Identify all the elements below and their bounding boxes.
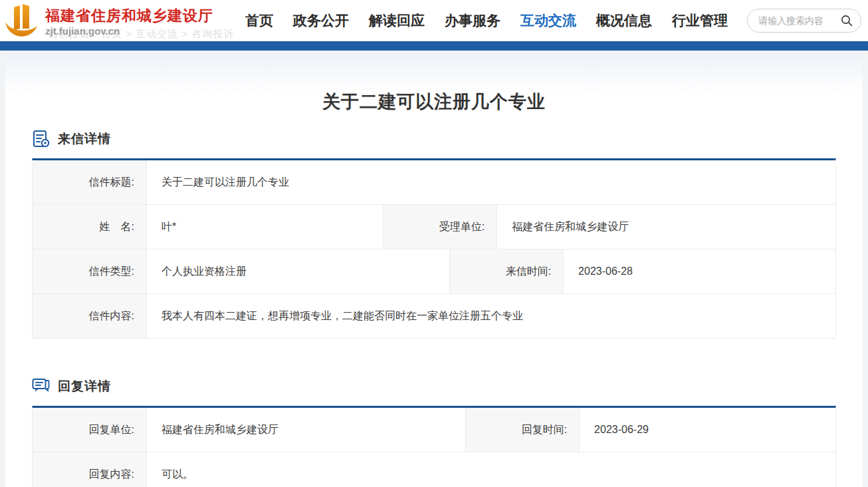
letter-unit-value: 福建省住房和城乡建设厅 [497,205,835,249]
site-header: 当前位置：首页 > 互动交流 > 咨询投诉 福建省住房和城乡建设厅 zjt.fu… [0,0,868,41]
main-navigation: 首页 政务公开 解读回应 办事服务 互动交流 概况信息 行业管理 [245,11,728,30]
site-url: zjt.fujian.gov.cn [45,25,213,37]
search-icon[interactable] [841,15,853,27]
letter-type-value: 个人执业资格注册 [147,249,449,293]
page-title: 关于二建可以注册几个专业 [32,90,836,114]
letter-type-label: 信件类型: [33,249,147,293]
nav-item-gov-info[interactable]: 政务公开 [293,11,349,30]
reply-time-value: 2023-06-29 [580,408,835,452]
letter-subject-value: 关于二建可以注册几个专业 [147,160,835,204]
letter-section-header: 来信详情 [32,130,836,148]
letter-time-value: 2023-06-28 [564,249,835,293]
nav-item-services[interactable]: 办事服务 [445,11,500,30]
table-row: 姓 名: 叶* 受理单位: 福建省住房和城乡建设厅 [33,205,835,249]
nav-item-overview[interactable]: 概况信息 [596,11,652,30]
nav-item-interpretation[interactable]: 解读回应 [369,11,425,30]
logo-text-block: 福建省住房和城乡建设厅 zjt.fujian.gov.cn [45,3,213,37]
letter-subject-label: 信件标题: [33,160,147,204]
table-row: 回复内容: 可以。 [33,452,835,487]
letter-name-value: 叶* [147,205,383,249]
letter-name-label: 姓 名: [33,205,147,249]
table-row: 信件标题: 关于二建可以注册几个专业 [33,160,835,205]
letter-content-value: 我本人有四本二建证，想再增项专业，二建能否同时在一家单位注册五个专业 [147,294,835,338]
letter-content-label: 信件内容: [33,294,147,338]
reply-chat-icon [32,377,50,395]
reply-unit-label: 回复单位: [33,408,147,452]
letter-section-title: 来信详情 [58,130,111,148]
nav-item-home[interactable]: 首页 [245,11,273,30]
accent-bar [0,41,868,51]
reply-section-title: 回复详情 [58,378,111,395]
main-content: 关于二建可以注册几个专业 来信详情 信件标题: 关于二建可以注册几个专业 姓 名… [5,53,863,487]
reply-time-label: 回复时间: [465,408,580,452]
search-box[interactable] [747,9,861,33]
site-logo[interactable]: 福建省住房和城乡建设厅 zjt.fujian.gov.cn [4,3,213,38]
table-row: 回复单位: 福建省住房和城乡建设厅 回复时间: 2023-06-29 [33,408,835,452]
site-name: 福建省住房和城乡建设厅 [45,7,213,24]
building-logo-icon [4,3,40,38]
nav-item-industry[interactable]: 行业管理 [672,11,728,30]
reply-unit-value: 福建省住房和城乡建设厅 [147,408,465,452]
table-row: 信件内容: 我本人有四本二建证，想再增项专业，二建能否同时在一家单位注册五个专业 [33,294,835,339]
letter-detail-table: 信件标题: 关于二建可以注册几个专业 姓 名: 叶* 受理单位: 福建省住房和城… [32,158,836,339]
letter-time-label: 来信时间: [449,249,564,293]
letter-document-icon [32,130,50,148]
reply-section-header: 回复详情 [32,377,836,395]
reply-detail-table: 回复单位: 福建省住房和城乡建设厅 回复时间: 2023-06-29 回复内容:… [32,406,836,487]
reply-content-value: 可以。 [147,452,835,487]
table-row: 信件类型: 个人执业资格注册 来信时间: 2023-06-28 [33,249,835,294]
letter-unit-label: 受理单位: [383,205,497,249]
reply-content-label: 回复内容: [33,452,147,487]
nav-item-interaction[interactable]: 互动交流 [520,11,576,30]
search-input[interactable] [758,15,841,26]
